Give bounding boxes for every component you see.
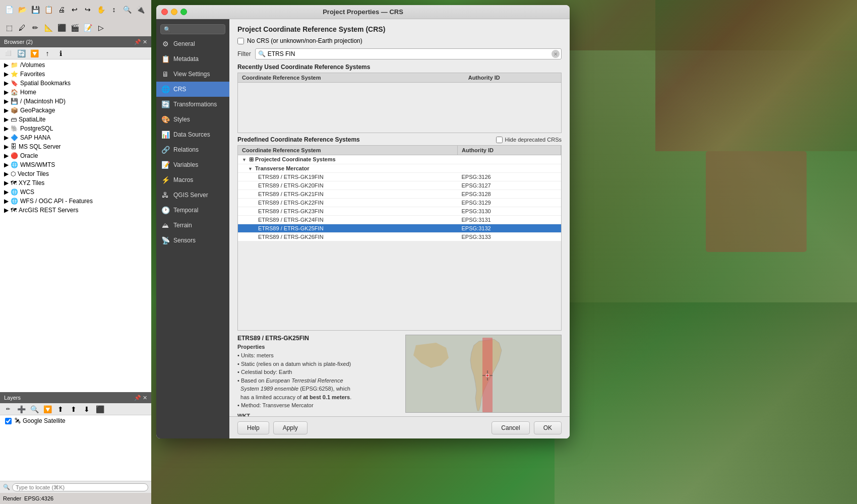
type-to-locate-input[interactable] — [12, 483, 148, 491]
edit-layer-btn[interactable]: ✏ — [2, 403, 14, 415]
layer-props-btn[interactable]: ⬆ — [54, 403, 67, 415]
zoom-btn[interactable]: 🔍 — [121, 4, 133, 16]
window-close-btn[interactable] — [161, 9, 168, 15]
layer-summary-btn[interactable]: ⬛ — [94, 403, 106, 415]
tree-item-spatialite[interactable]: ▶ 🗃 SpatiaLite — [0, 115, 151, 124]
plugins-btn[interactable]: 🔌 — [134, 4, 146, 16]
tree-item-wfs[interactable]: ▶ 🌐 WFS / OGC API - Features — [0, 197, 151, 206]
subgroup-expander-icon[interactable]: ▼ — [248, 166, 253, 171]
redo-btn[interactable]: ↪ — [82, 4, 94, 16]
tree-item-postgresql[interactable]: ▶ 🐘 PostgreSQL — [0, 124, 151, 133]
layer-up-btn[interactable]: ⬆ — [68, 403, 80, 415]
filter-clear-btn[interactable]: ✕ — [552, 50, 560, 58]
open-project-btn[interactable]: 📂 — [16, 4, 28, 16]
browser-collapse-btn[interactable]: ⬜ — [2, 47, 14, 59]
table-row[interactable]: ETRS89 / ETRS-GK20FIN EPSG:3127 — [238, 181, 561, 190]
nav-item-metadata[interactable]: 📋 Metadata — [156, 51, 229, 67]
nav-item-data-sources[interactable]: 📊 Data Sources — [156, 127, 229, 142]
browser-pin-btn[interactable]: 📌 — [134, 39, 141, 45]
browser-expand-btn[interactable]: ↑ — [41, 47, 53, 59]
tree-item-favorites[interactable]: ▶ ⭐ Favorites — [0, 70, 151, 79]
more-btn[interactable]: ▷ — [95, 22, 107, 34]
tree-item-ms-sql[interactable]: ▶ 🗄 MS SQL Server — [0, 142, 151, 151]
scroll-right-btn[interactable]: ▶ — [554, 331, 560, 331]
window-minimize-btn[interactable] — [171, 9, 177, 15]
ok-button[interactable]: OK — [534, 421, 562, 434]
tree-item-wms-wmts[interactable]: ▶ 🌐 WMS/WMTS — [0, 160, 151, 169]
nav-item-qgis-server[interactable]: 🖧 QGIS Server — [156, 187, 229, 203]
undo-btn[interactable]: ↩ — [69, 4, 81, 16]
save-project-btn[interactable]: 💾 — [29, 4, 41, 16]
digitize-btn[interactable]: 📐 — [42, 22, 54, 34]
table-row[interactable]: ETRS89 / ETRS-GK19FIN EPSG:3126 — [238, 173, 561, 181]
nav-item-relations[interactable]: 🔗 Relations — [156, 142, 229, 157]
predefined-table-inner[interactable]: Coordinate Reference System Authority ID… — [238, 146, 561, 330]
no-crs-checkbox[interactable] — [237, 38, 244, 44]
table-row-selected[interactable]: ETRS89 / ETRS-GK25FIN EPSG:3132 — [238, 224, 561, 233]
remove-layer-btn[interactable]: 🔍 — [28, 403, 40, 415]
save-as-btn[interactable]: 📋 — [42, 4, 54, 16]
cancel-button[interactable]: Cancel — [492, 421, 529, 434]
nav-item-temporal[interactable]: 🕐 Temporal — [156, 203, 229, 218]
browser-refresh-btn[interactable]: 🔄 — [15, 47, 27, 59]
nav-item-crs[interactable]: 🌐 CRS — [156, 82, 229, 97]
annotation-btn[interactable]: 📝 — [82, 22, 94, 34]
nav-item-macros[interactable]: ⚡ Macros — [156, 172, 229, 187]
nav-item-general[interactable]: ⚙ General — [156, 36, 229, 51]
table-row[interactable]: ETRS89 / ETRS-GK22FIN EPSG:3129 — [238, 199, 561, 207]
help-button[interactable]: Help — [237, 421, 269, 434]
nav-item-view-settings[interactable]: 🖥 View Settings — [156, 67, 229, 82]
layer-down-btn[interactable]: ⬇ — [81, 403, 93, 415]
table-row[interactable]: ETRS89 / ETRS-GK26FIN EPSG:3133 — [238, 233, 561, 241]
tree-item-arcgis[interactable]: ▶ 🗺 ArcGIS REST Servers — [0, 206, 151, 215]
hide-deprecated-checkbox[interactable] — [496, 137, 503, 143]
postgresql-icon: 🐘 — [11, 125, 18, 132]
browser-close-btn[interactable]: ✕ — [143, 39, 147, 45]
layers-close-btn[interactable]: ✕ — [143, 395, 147, 401]
nav-item-styles[interactable]: 🎨 Styles — [156, 112, 229, 127]
nav-search-input[interactable] — [160, 24, 225, 34]
tree-item-macintosh[interactable]: ▶ 💾 / (Macintosh HD) — [0, 97, 151, 106]
tree-item-geopackage[interactable]: ▶ 📦 GeoPackage — [0, 106, 151, 115]
layer-visibility-checkbox[interactable] — [5, 418, 12, 424]
tree-item-home[interactable]: ▶ 🏠 Home — [0, 88, 151, 97]
table-row[interactable]: ETRS89 / ETRS-GK21FIN EPSG:3128 — [238, 190, 561, 199]
table-row[interactable]: ▼ Transverse Mercator — [238, 164, 561, 173]
tree-item-vector-tiles[interactable]: ▶ ⬡ Vector Tiles — [0, 169, 151, 178]
horizontal-scrollbar[interactable]: ◀ ▶ — [238, 330, 561, 331]
table-row[interactable]: ETRS89 / ETRS-GK24FIN EPSG:3131 — [238, 216, 561, 224]
render-btn[interactable]: 🎬 — [69, 22, 81, 34]
nav-item-variables[interactable]: 📝 Variables — [156, 157, 229, 172]
new-project-btn[interactable]: 📄 — [3, 4, 15, 16]
tree-item-wcs[interactable]: ▶ 🌐 WCS — [0, 187, 151, 197]
window-maximize-btn[interactable] — [180, 9, 187, 15]
tree-item-spatial-bookmarks[interactable]: ▶ 🔖 Spatial Bookmarks — [0, 79, 151, 88]
layers-pin-btn[interactable]: 📌 — [134, 395, 141, 401]
table-row[interactable]: ETRS89 / ETRS-GK23FIN EPSG:3130 — [238, 207, 561, 216]
mesh-btn[interactable]: ⬛ — [55, 22, 68, 34]
add-layer-btn[interactable]: ➕ — [15, 403, 27, 415]
hand-tool-btn[interactable]: ✋ — [95, 4, 107, 16]
apply-button[interactable]: Apply — [273, 421, 308, 434]
layer-item-google-satellite[interactable]: 🛰 Google Satellite — [0, 416, 151, 425]
tree-item-sap-hana[interactable]: ▶ 🔷 SAP HANA — [0, 133, 151, 142]
edit-btn[interactable]: ✏ — [29, 22, 41, 34]
transform-btn[interactable]: ↕ — [108, 4, 120, 16]
scroll-left-btn[interactable]: ◀ — [239, 331, 245, 331]
table-row[interactable]: ▼ ⊞ Projected Coordinate Systems — [238, 155, 561, 164]
ms-sql-label: MS SQL Server — [19, 143, 61, 150]
browser-filter-btn[interactable]: 🔽 — [28, 47, 40, 59]
filter-layer-btn[interactable]: 🔽 — [41, 403, 53, 415]
tree-item-oracle[interactable]: ▶ 🔴 Oracle — [0, 151, 151, 160]
print-btn[interactable]: 🖨 — [55, 4, 68, 16]
tree-item-volumes[interactable]: ▶ 📁 /Volumes — [0, 60, 151, 70]
nav-item-sensors[interactable]: 📡 Sensors — [156, 233, 229, 248]
browser-info-btn[interactable]: ℹ — [54, 47, 67, 59]
filter-input[interactable] — [255, 48, 562, 59]
select-btn[interactable]: ⬚ — [3, 22, 15, 34]
tree-item-xyz-tiles[interactable]: ▶ 🗺 XYZ Tiles — [0, 178, 151, 187]
nav-item-transformations[interactable]: 🔄 Transformations — [156, 97, 229, 112]
identify-btn[interactable]: 🖊 — [16, 22, 28, 34]
group-expander-icon[interactable]: ▼ — [242, 157, 247, 162]
nav-item-terrain[interactable]: ⛰ Terrain — [156, 218, 229, 233]
